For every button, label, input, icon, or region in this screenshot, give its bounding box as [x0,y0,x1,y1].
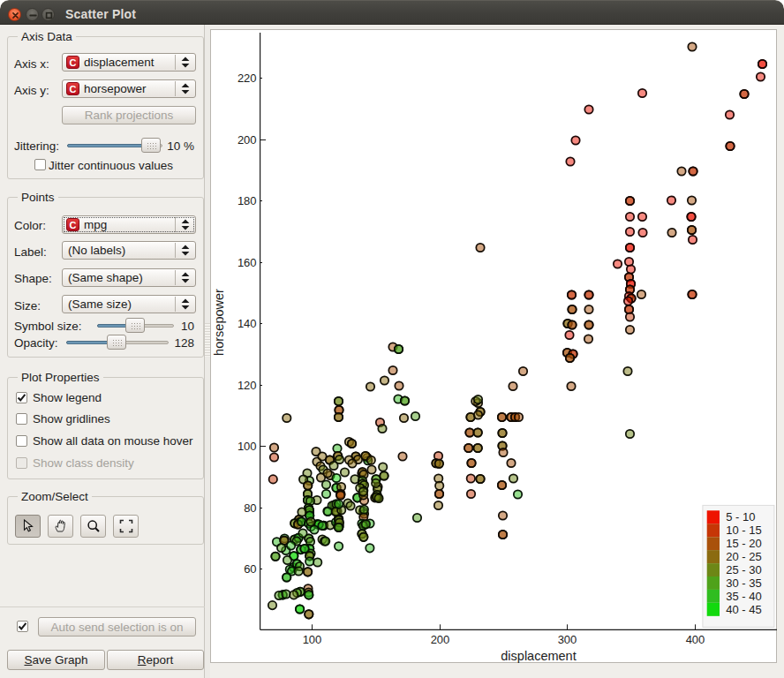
svg-text:35 - 40: 35 - 40 [726,590,761,603]
svg-text:15 - 20: 15 - 20 [726,537,761,550]
svg-text:300: 300 [558,633,577,646]
svg-text:100: 100 [237,440,257,453]
svg-text:60: 60 [244,562,256,576]
svg-text:10 - 15: 10 - 15 [726,524,761,537]
svg-text:horsepower: horsepower [212,289,226,356]
svg-text:80: 80 [244,501,256,515]
svg-text:25 - 30: 25 - 30 [726,563,761,576]
svg-text:20 - 25: 20 - 25 [726,550,761,563]
svg-text:30 - 35: 30 - 35 [726,576,761,590]
svg-text:220: 220 [237,72,257,85]
svg-text:displacement: displacement [501,649,576,663]
svg-text:140: 140 [237,317,257,330]
svg-text:400: 400 [686,633,705,646]
svg-text:200: 200 [431,633,450,646]
svg-text:40 - 45: 40 - 45 [726,603,761,616]
svg-text:120: 120 [237,379,257,392]
svg-text:200: 200 [237,133,257,147]
svg-text:5 - 10: 5 - 10 [726,510,755,524]
svg-text:100: 100 [303,633,322,646]
svg-text:180: 180 [237,194,257,207]
svg-text:160: 160 [237,256,257,269]
